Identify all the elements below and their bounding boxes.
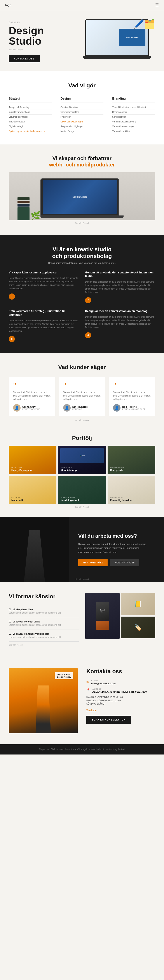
portfolio-item-2[interactable]: 📱 App MOBIL APP Mountain App <box>58 446 106 474</box>
portfolio-name-4: Modebutik <box>11 499 54 501</box>
strategy-item-3[interactable]: Varumärkesstrategi <box>9 115 52 119</box>
feature-title-1: Vi skapar känslosamma upplevelser <box>9 271 79 275</box>
work-img-note: Bild från Freepik <box>75 578 89 581</box>
portfolio-name-5: Inredningsstudio <box>61 499 103 501</box>
work-portfolio-button[interactable]: VISA PORTFÖLJ <box>78 559 108 566</box>
feeling-item-2: 02. Vi väcker koncept till liv Lorem ips… <box>9 617 79 630</box>
product-img-note: Bild från Freepik <box>9 222 155 224</box>
design-item-4[interactable]: UI/UX och webbdesign <box>61 119 104 124</box>
feature-title-3: Från varumärke till strategi, illustrati… <box>9 309 79 317</box>
product-title: Vi skapar och förbättrar webb- och mobil… <box>9 155 155 168</box>
feelings-left: Vi formar känslor 01. Vi skulpterar idée… <box>9 593 79 646</box>
hero-image: Meet our Team 🖊️🗂️ <box>79 19 155 65</box>
creative-desc: Dessa kärnvärden definierar vika vi är o… <box>9 262 155 264</box>
design-item-3[interactable]: Prototyper <box>61 115 104 119</box>
branding-item-3[interactable]: Sonic identitet <box>112 115 155 119</box>
portfolio-item-5[interactable]: WEBBDESIGN Inredningsstudio <box>58 476 106 504</box>
strategy-item-4[interactable]: Innehållsstrategi <box>9 119 52 124</box>
contact-btn[interactable]: BOKA EN KONSULTATION <box>86 716 131 724</box>
testimonial-text-1[interactable]: Sample text. Click to select the text bo… <box>13 391 51 401</box>
quote-icon-3: " <box>113 382 151 389</box>
navigation: logo ☰ <box>0 0 164 10</box>
footer-text[interactable]: Simple text. Click to select the text bo… <box>9 748 155 751</box>
portfolio-item-3[interactable]: WEBBDESIGN Receptsida <box>108 446 155 474</box>
contact-inner: We are a WebDesign Agency Kontakta oss ✉… <box>9 668 155 733</box>
branding-item-6[interactable]: Varumärkesriktlinjer <box>112 129 155 134</box>
contact-section: We are a WebDesign Agency Kontakta oss ✉… <box>0 657 164 744</box>
branding-item-1[interactable]: Visuell identitet och verbal identitet <box>112 105 155 110</box>
books-decoration <box>18 197 29 220</box>
feature-text-4: Dolumt flace el placerat un nulla prefer… <box>85 315 155 329</box>
strategy-item-5[interactable]: Digital strategi <box>9 124 52 129</box>
quote-icon-2: " <box>63 382 101 389</box>
portfolio-label-4: BUTIKER <box>11 496 54 498</box>
portfolio-item-1[interactable]: MOBIL APP Happy Day-appen <box>9 446 56 474</box>
author-role-1: FÖRETAGSKARE <box>22 408 40 410</box>
menu-icon[interactable]: ☰ <box>155 3 159 7</box>
map-link[interactable]: Visa Karta <box>86 709 155 711</box>
strategy-item-2[interactable]: Interaktiva workshops <box>9 110 52 115</box>
portfolio-item-6[interactable]: WEBBSIDOR Personlig hemsida <box>108 476 155 504</box>
design-item-2[interactable]: Varumärkesprofiler <box>61 110 104 115</box>
hero-cta-button[interactable]: KONTAKTA OSS <box>9 55 40 62</box>
logo[interactable]: logo <box>5 3 11 7</box>
feeling-item-3: 03. Vi skapar vinnande verkligheter Lore… <box>9 630 79 642</box>
branding-item-5[interactable]: Varumärkeskampanjer <box>112 124 155 129</box>
portfolio-label-6: WEBBSIDOR <box>110 496 153 498</box>
hero-label: OM OSS <box>9 21 44 24</box>
schedule-row-1: MÅNDAG - TORSDAG 10:00 - 21:00 <box>86 696 155 698</box>
portfolio-title: Portfölj <box>9 435 155 441</box>
creative-title: Vi är en kreativ studio och produktionsb… <box>9 246 155 259</box>
hero-title: Design Studio <box>9 25 44 46</box>
work-content: Vill du arbeta med oss? Simple Text. Lor… <box>74 524 157 575</box>
feature-num-2: 2 <box>85 297 91 303</box>
feelings-img-3: 🏷️ <box>121 617 155 638</box>
feature-text-2: Dolumt flace el placerat un nulla prefer… <box>85 280 155 294</box>
design-item-5[interactable]: Skapa mallar tillgångar <box>61 124 104 129</box>
strategy-item-1[interactable]: Analys och forskning <box>9 105 52 110</box>
portfolio-label-2: MOBIL APP <box>61 466 103 468</box>
feature-card-4: Design är mer en konversation än en mono… <box>85 309 155 342</box>
design-item-1[interactable]: Creative Direction <box>61 105 104 110</box>
contact-email-row: ✉ E-POST INFO@SAMPLE.COM <box>86 679 155 685</box>
testimonial-text-2[interactable]: Sample text. Click to select the text bo… <box>63 391 101 401</box>
testimonials-img-note: Bild från Freepik <box>9 419 155 422</box>
address-label: ADRESS <box>92 688 147 690</box>
feelings-title: Vi formar känslor <box>9 593 79 600</box>
services-grid: Strategi Analys och forskning Interaktiv… <box>9 97 155 134</box>
design-item-6[interactable]: Motion Design <box>61 129 104 134</box>
portfolio-label-3: WEBBDESIGN <box>110 466 153 468</box>
location-icon: 📍 <box>86 688 90 692</box>
plant-decoration: 🌿 <box>31 211 40 220</box>
contact-schedule: MÅNDAG - TORSDAG 10:00 - 21:00 FREDAG - … <box>86 696 155 705</box>
strategy-heading: Strategi <box>9 97 52 102</box>
contact-visual: We are a WebDesign Agency <box>9 668 78 733</box>
feeling-num-2: 02. Vi väcker koncept till liv <box>9 620 79 623</box>
work-with-section: Vill du arbeta med oss? Simple Text. Lor… <box>0 517 164 582</box>
portfolio-name-6: Personlig hemsida <box>110 499 153 501</box>
work-text: Simple Text. Lorem ipsum dolor sit amet,… <box>78 542 148 554</box>
product-title-accent: webb- och mobilprodukter <box>49 162 115 167</box>
what-we-do-title: Vad vi gör <box>9 82 155 89</box>
feature-text-3: Dolumt flace el placerat un nulla prefer… <box>9 319 79 333</box>
work-contact-button[interactable]: KONTAKTA OSS <box>110 559 139 566</box>
branding-item-2[interactable]: Resevarationer <box>112 110 155 115</box>
avatar-1: 👤 <box>13 404 21 412</box>
portfolio-item-4[interactable]: BUTIKER Modebutik <box>9 476 56 504</box>
hero-laptop: Meet our Team 🖊️🗂️ <box>79 19 155 65</box>
testimonial-text-3[interactable]: Sample text. Click to select the text bo… <box>113 391 151 401</box>
feelings-img-note: Bild från Freepik <box>9 644 79 646</box>
branding-item-4[interactable]: Varumärkespositionering <box>112 119 155 124</box>
strategy-item-6[interactable]: Optimering av användbarhet/konvers <box>9 129 52 134</box>
footer: Simple text. Click to select the text bo… <box>0 744 164 754</box>
portfolio-name-3: Receptsida <box>110 469 153 471</box>
portfolio-name-1: Happy Day-appen <box>11 469 54 471</box>
branding-heading: Branding <box>112 97 155 102</box>
email-value[interactable]: INFO@SAMPLE.COM <box>91 682 116 685</box>
what-we-do-section: Vad vi gör Strategi Analys och forskning… <box>0 71 164 145</box>
product-section: Vi skapar och förbättrar webb- och mobil… <box>0 145 164 235</box>
feelings-img-2: BrandBook <box>85 593 120 639</box>
testimonial-author-3: 👤 Bob Roberts FÖRSÄLJNINGSCHEF <box>113 404 151 412</box>
hero-subtitle: Bild från Freepik <box>9 49 44 51</box>
author-role-3: FÖRSÄLJNINGSCHEF <box>122 408 145 410</box>
